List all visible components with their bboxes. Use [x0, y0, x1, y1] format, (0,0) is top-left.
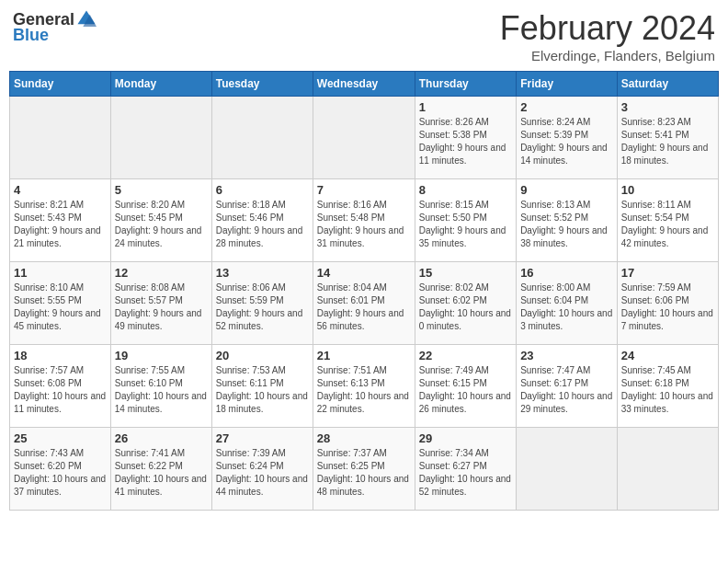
calendar-cell: 7Sunrise: 8:16 AM Sunset: 5:48 PM Daylig… [313, 179, 415, 262]
day-info: Sunrise: 8:00 AM Sunset: 6:04 PM Dayligh… [520, 282, 613, 333]
calendar-cell: 27Sunrise: 7:39 AM Sunset: 6:24 PM Dayli… [211, 428, 313, 511]
day-info: Sunrise: 7:59 AM Sunset: 6:06 PM Dayligh… [621, 282, 714, 333]
logo-blue: Blue [13, 26, 49, 45]
day-info: Sunrise: 7:47 AM Sunset: 6:17 PM Dayligh… [520, 364, 613, 416]
day-info: Sunrise: 7:41 AM Sunset: 6:22 PM Dayligh… [115, 447, 208, 499]
weekday-header-saturday: Saturday [617, 72, 718, 97]
calendar-cell: 29Sunrise: 7:34 AM Sunset: 6:27 PM Dayli… [415, 428, 516, 511]
calendar-cell: 16Sunrise: 8:00 AM Sunset: 6:04 PM Dayli… [517, 262, 618, 345]
day-info: Sunrise: 7:49 AM Sunset: 6:15 PM Dayligh… [419, 364, 512, 416]
day-number: 14 [317, 266, 411, 280]
calendar-cell: 23Sunrise: 7:47 AM Sunset: 6:17 PM Dayli… [517, 345, 618, 428]
day-number: 2 [520, 100, 613, 114]
day-info: Sunrise: 8:11 AM Sunset: 5:54 PM Dayligh… [621, 199, 714, 250]
day-number: 21 [317, 349, 411, 362]
calendar-cell: 20Sunrise: 7:53 AM Sunset: 6:11 PM Dayli… [211, 345, 313, 428]
day-number: 6 [216, 183, 309, 197]
day-number: 25 [14, 431, 107, 445]
day-number: 22 [419, 349, 512, 362]
calendar-cell [617, 428, 718, 511]
day-info: Sunrise: 8:02 AM Sunset: 6:02 PM Dayligh… [419, 282, 512, 333]
calendar-cell: 2Sunrise: 8:24 AM Sunset: 5:39 PM Daylig… [517, 97, 618, 179]
day-info: Sunrise: 7:39 AM Sunset: 6:24 PM Dayligh… [216, 447, 309, 499]
day-number: 26 [115, 431, 208, 445]
weekday-header-sunday: Sunday [10, 72, 111, 97]
day-number: 23 [520, 349, 613, 362]
calendar-cell: 22Sunrise: 7:49 AM Sunset: 6:15 PM Dayli… [415, 345, 516, 428]
day-info: Sunrise: 7:57 AM Sunset: 6:08 PM Dayligh… [14, 364, 107, 416]
day-number: 7 [317, 183, 411, 197]
weekday-header-monday: Monday [110, 72, 211, 97]
calendar-cell [110, 97, 211, 179]
calendar-cell: 18Sunrise: 7:57 AM Sunset: 6:08 PM Dayli… [10, 345, 111, 428]
day-info: Sunrise: 7:53 AM Sunset: 6:11 PM Dayligh… [216, 364, 309, 416]
weekday-header-tuesday: Tuesday [211, 72, 313, 97]
calendar-cell: 17Sunrise: 7:59 AM Sunset: 6:06 PM Dayli… [617, 262, 718, 345]
day-info: Sunrise: 8:06 AM Sunset: 5:59 PM Dayligh… [216, 282, 309, 333]
logo: General Blue [13, 9, 97, 45]
calendar-cell: 10Sunrise: 8:11 AM Sunset: 5:54 PM Dayli… [617, 179, 718, 262]
day-number: 18 [14, 349, 107, 362]
calendar-cell: 19Sunrise: 7:55 AM Sunset: 6:10 PM Dayli… [110, 345, 211, 428]
day-number: 9 [520, 183, 613, 197]
calendar-cell: 15Sunrise: 8:02 AM Sunset: 6:02 PM Dayli… [415, 262, 516, 345]
title-area: February 2024 Elverdinge, Flanders, Belg… [500, 9, 715, 63]
day-info: Sunrise: 7:43 AM Sunset: 6:20 PM Dayligh… [14, 447, 107, 499]
day-number: 29 [419, 431, 512, 445]
calendar-cell: 6Sunrise: 8:18 AM Sunset: 5:46 PM Daylig… [211, 179, 313, 262]
day-number: 15 [419, 266, 512, 280]
calendar-week-5: 25Sunrise: 7:43 AM Sunset: 6:20 PM Dayli… [10, 428, 719, 511]
day-number: 24 [621, 349, 714, 362]
calendar-cell: 14Sunrise: 8:04 AM Sunset: 6:01 PM Dayli… [313, 262, 415, 345]
calendar-cell: 25Sunrise: 7:43 AM Sunset: 6:20 PM Dayli… [10, 428, 111, 511]
day-number: 19 [115, 349, 208, 362]
calendar-table: SundayMondayTuesdayWednesdayThursdayFrid… [9, 71, 719, 511]
day-info: Sunrise: 8:13 AM Sunset: 5:52 PM Dayligh… [520, 199, 613, 250]
day-number: 13 [216, 266, 309, 280]
calendar-cell: 5Sunrise: 8:20 AM Sunset: 5:45 PM Daylig… [110, 179, 211, 262]
day-info: Sunrise: 8:26 AM Sunset: 5:38 PM Dayligh… [419, 116, 512, 167]
day-info: Sunrise: 8:08 AM Sunset: 5:57 PM Dayligh… [115, 282, 208, 333]
month-title: February 2024 [500, 9, 715, 48]
calendar-cell: 1Sunrise: 8:26 AM Sunset: 5:38 PM Daylig… [415, 97, 516, 179]
day-number: 3 [621, 100, 714, 114]
location-subtitle: Elverdinge, Flanders, Belgium [500, 48, 715, 63]
day-info: Sunrise: 8:18 AM Sunset: 5:46 PM Dayligh… [216, 199, 309, 250]
calendar-cell: 12Sunrise: 8:08 AM Sunset: 5:57 PM Dayli… [110, 262, 211, 345]
day-info: Sunrise: 7:55 AM Sunset: 6:10 PM Dayligh… [115, 364, 208, 416]
calendar-cell: 26Sunrise: 7:41 AM Sunset: 6:22 PM Dayli… [110, 428, 211, 511]
weekday-header-friday: Friday [517, 72, 618, 97]
day-number: 8 [419, 183, 512, 197]
day-info: Sunrise: 8:04 AM Sunset: 6:01 PM Dayligh… [317, 282, 411, 333]
calendar-cell: 13Sunrise: 8:06 AM Sunset: 5:59 PM Dayli… [211, 262, 313, 345]
calendar-week-2: 4Sunrise: 8:21 AM Sunset: 5:43 PM Daylig… [10, 179, 719, 262]
calendar-cell [10, 97, 111, 179]
day-number: 20 [216, 349, 309, 362]
day-info: Sunrise: 7:34 AM Sunset: 6:27 PM Dayligh… [419, 447, 512, 499]
calendar-cell: 9Sunrise: 8:13 AM Sunset: 5:52 PM Daylig… [517, 179, 618, 262]
day-number: 17 [621, 266, 714, 280]
calendar-header-row: SundayMondayTuesdayWednesdayThursdayFrid… [10, 72, 719, 97]
calendar-week-1: 1Sunrise: 8:26 AM Sunset: 5:38 PM Daylig… [10, 97, 719, 179]
calendar-week-4: 18Sunrise: 7:57 AM Sunset: 6:08 PM Dayli… [10, 345, 719, 428]
day-info: Sunrise: 8:23 AM Sunset: 5:41 PM Dayligh… [621, 116, 714, 167]
page-header: General Blue February 2024 Elverdinge, F… [9, 9, 719, 63]
calendar-cell [313, 97, 415, 179]
day-number: 16 [520, 266, 613, 280]
day-info: Sunrise: 7:51 AM Sunset: 6:13 PM Dayligh… [317, 364, 411, 416]
day-number: 5 [115, 183, 208, 197]
day-number: 4 [14, 183, 107, 197]
day-number: 27 [216, 431, 309, 445]
calendar-cell: 4Sunrise: 8:21 AM Sunset: 5:43 PM Daylig… [10, 179, 111, 262]
calendar-week-3: 11Sunrise: 8:10 AM Sunset: 5:55 PM Dayli… [10, 262, 719, 345]
weekday-header-thursday: Thursday [415, 72, 516, 97]
calendar-cell [211, 97, 313, 179]
calendar-cell: 24Sunrise: 7:45 AM Sunset: 6:18 PM Dayli… [617, 345, 718, 428]
day-info: Sunrise: 8:21 AM Sunset: 5:43 PM Dayligh… [14, 199, 107, 250]
calendar-cell: 11Sunrise: 8:10 AM Sunset: 5:55 PM Dayli… [10, 262, 111, 345]
calendar-cell: 28Sunrise: 7:37 AM Sunset: 6:25 PM Dayli… [313, 428, 415, 511]
day-number: 28 [317, 431, 411, 445]
day-info: Sunrise: 8:16 AM Sunset: 5:48 PM Dayligh… [317, 199, 411, 250]
day-info: Sunrise: 7:37 AM Sunset: 6:25 PM Dayligh… [317, 447, 411, 499]
logo-icon [76, 9, 97, 29]
